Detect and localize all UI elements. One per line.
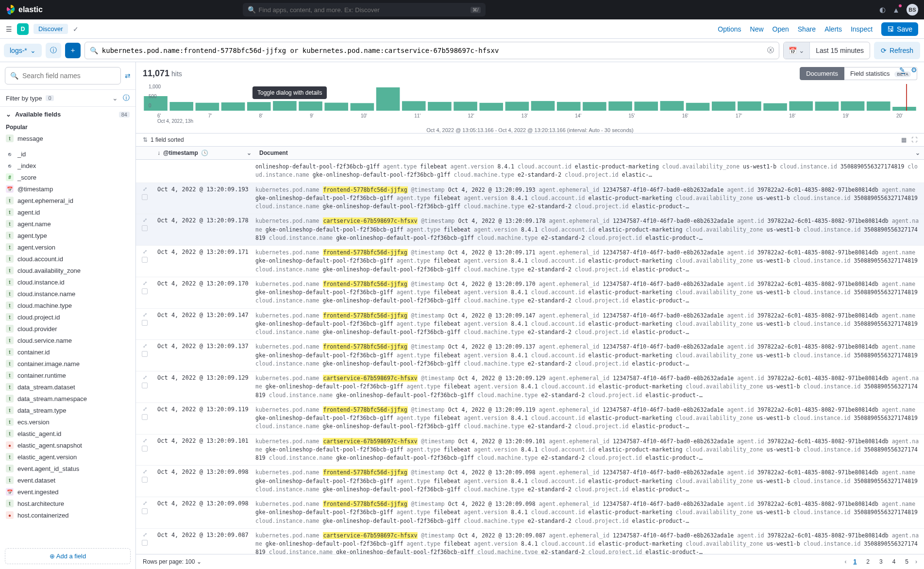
page-number[interactable]: 5 [902,557,911,566]
expand-row-icon[interactable]: ⤢ [143,186,147,192]
clear-query-icon[interactable]: ⓧ [767,46,774,55]
tab-documents[interactable]: Documents [800,67,844,80]
field-item[interactable]: # _score [0,171,135,183]
menu-open[interactable]: Open [773,25,789,33]
field-item[interactable]: ● host.containerized [0,509,135,521]
row-checkbox[interactable] [142,351,148,357]
field-item[interactable]: t agent.ephemeral_id [0,195,135,206]
field-settings-icon[interactable]: ⇄ [125,72,131,80]
date-picker[interactable]: 📅 ⌄ Last 15 minutes [783,42,870,59]
field-item[interactable]: t message [0,133,135,144]
chevron-down-icon[interactable]: ⌄ [915,150,920,156]
row-checkbox[interactable] [142,477,148,483]
field-item[interactable]: t cloud.provider [0,323,135,335]
add-field-button[interactable]: ⊕ Add a field [5,548,131,564]
edit-visualization-icon[interactable]: ✎̲ [899,66,905,74]
row-checkbox[interactable] [142,257,148,263]
field-item[interactable]: 📅 @timestamp [0,183,135,195]
page-number[interactable]: 3 [876,557,886,566]
field-item[interactable]: t data_stream.type [0,404,135,416]
sort-icon[interactable]: ⇅ [143,136,148,143]
expand-row-icon[interactable]: ⤢ [143,437,147,444]
field-item[interactable]: t cloud.machine.type [0,300,135,311]
field-item[interactable]: t cloud.service.name [0,335,135,346]
expand-row-icon[interactable]: ⤢ [143,374,147,381]
grid-density-icon[interactable]: ▦ [901,136,907,143]
row-checkbox[interactable] [142,225,148,231]
menu-share[interactable]: Share [798,25,816,33]
page-number[interactable]: 4 [890,557,899,566]
dataview-info-button[interactable]: ⓘ [46,43,61,58]
row-checkbox[interactable] [142,288,148,294]
field-search-box[interactable]: 🔍 [5,67,121,84]
user-avatar[interactable]: BS [907,4,918,16]
page-number[interactable]: 2 [863,557,873,566]
field-item[interactable]: t agent.name [0,218,135,230]
field-item[interactable]: t agent.version [0,241,135,253]
field-item[interactable]: t agent.type [0,230,135,241]
kql-query-input[interactable] [102,47,767,54]
expand-row-icon[interactable]: ⤢ [143,469,147,475]
field-item[interactable]: t data_stream.dataset [0,381,135,393]
rows-per-page[interactable]: Rows per page: 100 ⌄ [143,558,202,565]
row-checkbox[interactable] [142,320,148,326]
field-item[interactable]: t cloud.account.id [0,253,135,265]
newsfeed-icon[interactable]: ◐ [879,5,886,14]
available-fields-header[interactable]: ⌄ Available fields 84 [0,107,135,122]
nav-toggle-icon[interactable]: ☰ [6,25,12,33]
field-item[interactable]: t data_stream.namespace [0,393,135,404]
row-checkbox[interactable] [142,446,148,452]
menu-inspect[interactable]: Inspect [851,25,873,33]
save-button[interactable]: 🖫 Save [881,22,918,36]
expand-row-icon[interactable]: ⤢ [143,532,147,538]
dataview-selector[interactable]: logs-* ⌄ [4,44,42,57]
field-item[interactable]: t event.dataset [0,474,135,486]
space-selector[interactable]: D [17,23,29,35]
th-document[interactable]: Document ⌄ [255,147,924,159]
chart-settings-icon[interactable]: ⚙ [911,66,917,74]
field-item[interactable]: t host.architecture [0,498,135,509]
field-item[interactable]: t container.id [0,346,135,358]
field-item[interactable]: t elastic_agent.id [0,428,135,439]
page-number[interactable]: 1 [851,557,860,566]
calendar-icon[interactable]: 📅 ⌄ [784,42,810,59]
row-checkbox[interactable] [142,414,148,420]
chevron-down-icon[interactable]: ⌄ [247,150,252,156]
global-search-box[interactable]: 🔍 ⌘/ [243,3,486,17]
filter-by-type[interactable]: Filter by type 0 ⌄ ⓘ [0,90,135,107]
fullscreen-icon[interactable]: ⛶ [911,136,917,143]
field-item[interactable]: t cloud.instance.name [0,288,135,300]
field-item[interactable]: ⎋ _index [0,160,135,171]
field-item[interactable]: t event.agent_id_status [0,463,135,474]
add-filter-button[interactable]: ＋ [65,43,81,58]
expand-row-icon[interactable]: ⤢ [143,343,147,349]
field-item[interactable]: t cloud.instance.id [0,276,135,288]
field-item[interactable]: t container.runtime [0,369,135,381]
row-checkbox[interactable] [142,383,148,388]
field-item[interactable]: ● elastic_agent.snapshot [0,439,135,451]
info-icon[interactable]: ⓘ [123,94,130,102]
menu-alerts[interactable]: Alerts [824,25,842,33]
field-item[interactable]: ⎋ _id [0,148,135,160]
field-item[interactable]: 📅 event.ingested [0,486,135,498]
menu-options[interactable]: Options [718,25,741,33]
field-item[interactable]: t agent.id [0,206,135,218]
row-checkbox[interactable] [142,508,148,514]
row-checkbox[interactable] [142,540,148,546]
th-timestamp[interactable]: ↓ @timestamp 🕓 ⌄ [153,147,255,159]
expand-row-icon[interactable]: ⤢ [143,217,147,223]
expand-row-icon[interactable]: ⤢ [143,500,147,506]
expand-row-icon[interactable]: ⤢ [143,249,147,255]
expand-row-icon[interactable]: ⤢ [143,312,147,318]
elastic-logo[interactable]: elastic [6,4,43,15]
row-checkbox[interactable] [142,194,148,200]
refresh-button[interactable]: ⟳ Refresh [874,42,920,59]
field-search-input[interactable] [22,72,116,80]
help-icon[interactable]: ▲ [892,6,900,14]
menu-new[interactable]: New [750,25,764,33]
page-next[interactable]: › [915,558,917,565]
expand-row-icon[interactable]: ⤢ [143,406,147,412]
field-item[interactable]: t ecs.version [0,416,135,428]
field-item[interactable]: t elastic_agent.version [0,451,135,463]
page-prev[interactable]: ‹ [845,558,847,565]
